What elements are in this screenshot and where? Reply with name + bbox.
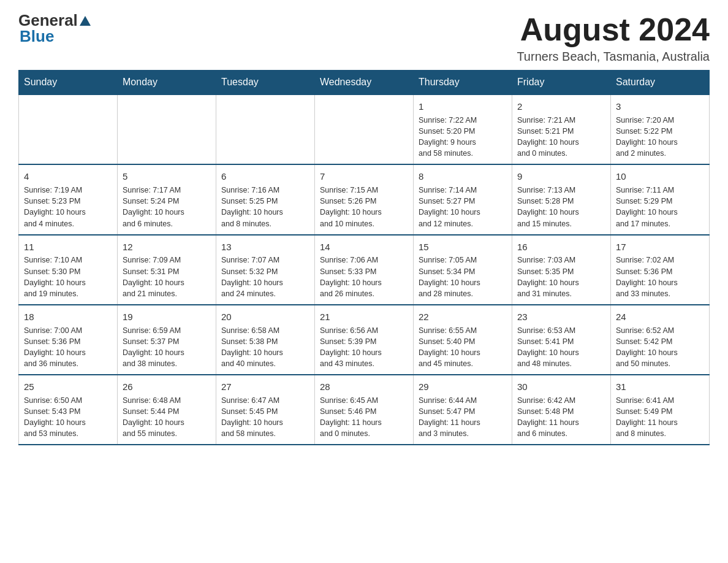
logo: General Blue: [18, 12, 93, 44]
day-info: Sunrise: 6:56 AMSunset: 5:39 PMDaylight:…: [320, 325, 408, 370]
calendar-cell: 21Sunrise: 6:56 AMSunset: 5:39 PMDayligh…: [315, 305, 414, 375]
day-info: Sunrise: 7:17 AMSunset: 5:24 PMDaylight:…: [123, 185, 211, 229]
calendar-header-thursday: Thursday: [414, 71, 512, 95]
calendar-cell: 16Sunrise: 7:03 AMSunset: 5:35 PMDayligh…: [512, 235, 611, 305]
calendar-header-tuesday: Tuesday: [216, 71, 315, 95]
calendar-cell: 4Sunrise: 7:19 AMSunset: 5:23 PMDaylight…: [19, 164, 118, 234]
calendar-cell: 31Sunrise: 6:41 AMSunset: 5:49 PMDayligh…: [611, 375, 710, 445]
day-info: Sunrise: 7:16 AMSunset: 5:25 PMDaylight:…: [221, 185, 309, 229]
day-number: 18: [24, 310, 112, 324]
day-number: 24: [616, 310, 704, 324]
day-number: 25: [24, 380, 112, 394]
day-info: Sunrise: 7:19 AMSunset: 5:23 PMDaylight:…: [24, 185, 112, 229]
calendar-cell: 19Sunrise: 6:59 AMSunset: 5:37 PMDayligh…: [118, 305, 216, 375]
day-info: Sunrise: 7:15 AMSunset: 5:26 PMDaylight:…: [320, 185, 408, 229]
calendar-cell: 24Sunrise: 6:52 AMSunset: 5:42 PMDayligh…: [611, 305, 710, 375]
day-number: 12: [123, 240, 211, 254]
day-number: 2: [517, 100, 605, 113]
day-number: 16: [517, 240, 605, 254]
day-info: Sunrise: 7:11 AMSunset: 5:29 PMDaylight:…: [616, 185, 704, 229]
day-number: 31: [616, 380, 704, 394]
calendar-cell: 1Sunrise: 7:22 AMSunset: 5:20 PMDaylight…: [414, 94, 512, 164]
day-number: 7: [320, 170, 408, 183]
day-info: Sunrise: 7:22 AMSunset: 5:20 PMDaylight:…: [419, 115, 507, 159]
day-number: 27: [221, 380, 309, 394]
day-info: Sunrise: 7:21 AMSunset: 5:21 PMDaylight:…: [517, 115, 605, 159]
day-info: Sunrise: 7:13 AMSunset: 5:28 PMDaylight:…: [517, 185, 605, 229]
day-info: Sunrise: 7:06 AMSunset: 5:33 PMDaylight:…: [320, 255, 408, 299]
calendar-cell: 7Sunrise: 7:15 AMSunset: 5:26 PMDaylight…: [315, 164, 414, 234]
day-number: 20: [221, 310, 309, 324]
day-number: 21: [320, 310, 408, 324]
day-number: 23: [517, 310, 605, 324]
calendar-cell: 26Sunrise: 6:48 AMSunset: 5:44 PMDayligh…: [118, 375, 216, 445]
day-info: Sunrise: 7:09 AMSunset: 5:31 PMDaylight:…: [123, 255, 211, 299]
day-info: Sunrise: 6:48 AMSunset: 5:44 PMDaylight:…: [123, 395, 211, 440]
day-number: 5: [123, 170, 211, 183]
calendar-cell: 8Sunrise: 7:14 AMSunset: 5:27 PMDaylight…: [414, 164, 512, 234]
calendar-cell: 17Sunrise: 7:02 AMSunset: 5:36 PMDayligh…: [611, 235, 710, 305]
calendar-cell: 23Sunrise: 6:53 AMSunset: 5:41 PMDayligh…: [512, 305, 611, 375]
day-number: 19: [123, 310, 211, 324]
calendar-week-3: 11Sunrise: 7:10 AMSunset: 5:30 PMDayligh…: [19, 235, 710, 305]
day-number: 9: [517, 170, 605, 183]
calendar-cell: [315, 94, 414, 164]
calendar-cell: 11Sunrise: 7:10 AMSunset: 5:30 PMDayligh…: [19, 235, 118, 305]
calendar-cell: 12Sunrise: 7:09 AMSunset: 5:31 PMDayligh…: [118, 235, 216, 305]
day-number: 11: [24, 240, 112, 254]
calendar-cell: 9Sunrise: 7:13 AMSunset: 5:28 PMDaylight…: [512, 164, 611, 234]
svg-marker-0: [80, 16, 91, 26]
calendar-cell: [19, 94, 118, 164]
calendar-cell: 13Sunrise: 7:07 AMSunset: 5:32 PMDayligh…: [216, 235, 315, 305]
day-info: Sunrise: 6:53 AMSunset: 5:41 PMDaylight:…: [517, 325, 605, 370]
calendar-cell: 2Sunrise: 7:21 AMSunset: 5:21 PMDaylight…: [512, 94, 611, 164]
day-number: 10: [616, 170, 704, 183]
calendar-cell: 18Sunrise: 7:00 AMSunset: 5:36 PMDayligh…: [19, 305, 118, 375]
day-info: Sunrise: 6:41 AMSunset: 5:49 PMDaylight:…: [616, 395, 704, 440]
calendar-week-5: 25Sunrise: 6:50 AMSunset: 5:43 PMDayligh…: [19, 375, 710, 445]
day-info: Sunrise: 6:44 AMSunset: 5:47 PMDaylight:…: [419, 395, 507, 440]
day-number: 4: [24, 170, 112, 183]
calendar-header-row: SundayMondayTuesdayWednesdayThursdayFrid…: [19, 71, 710, 95]
day-info: Sunrise: 6:58 AMSunset: 5:38 PMDaylight:…: [221, 325, 309, 370]
day-number: 6: [221, 170, 309, 183]
calendar-cell: 29Sunrise: 6:44 AMSunset: 5:47 PMDayligh…: [414, 375, 512, 445]
day-number: 8: [419, 170, 507, 183]
day-info: Sunrise: 7:20 AMSunset: 5:22 PMDaylight:…: [616, 115, 704, 159]
calendar-cell: [118, 94, 216, 164]
calendar-cell: 25Sunrise: 6:50 AMSunset: 5:43 PMDayligh…: [19, 375, 118, 445]
logo-triangle-icon: [80, 13, 91, 29]
calendar-header-monday: Monday: [118, 71, 216, 95]
calendar-week-2: 4Sunrise: 7:19 AMSunset: 5:23 PMDaylight…: [19, 164, 710, 234]
calendar-cell: 15Sunrise: 7:05 AMSunset: 5:34 PMDayligh…: [414, 235, 512, 305]
day-number: 3: [616, 100, 704, 113]
day-info: Sunrise: 6:55 AMSunset: 5:40 PMDaylight:…: [419, 325, 507, 370]
calendar-header-saturday: Saturday: [611, 71, 710, 95]
day-number: 28: [320, 380, 408, 394]
day-info: Sunrise: 6:50 AMSunset: 5:43 PMDaylight:…: [24, 395, 112, 440]
calendar-cell: 20Sunrise: 6:58 AMSunset: 5:38 PMDayligh…: [216, 305, 315, 375]
calendar-cell: 27Sunrise: 6:47 AMSunset: 5:45 PMDayligh…: [216, 375, 315, 445]
calendar-header-sunday: Sunday: [19, 71, 118, 95]
day-number: 29: [419, 380, 507, 394]
day-info: Sunrise: 6:47 AMSunset: 5:45 PMDaylight:…: [221, 395, 309, 440]
day-number: 15: [419, 240, 507, 254]
calendar-cell: 22Sunrise: 6:55 AMSunset: 5:40 PMDayligh…: [414, 305, 512, 375]
day-number: 30: [517, 380, 605, 394]
day-number: 17: [616, 240, 704, 254]
calendar-header-friday: Friday: [512, 71, 611, 95]
location-title: Turners Beach, Tasmania, Australia: [517, 50, 710, 64]
logo-blue-text: Blue: [20, 27, 54, 45]
day-number: 26: [123, 380, 211, 394]
month-title: August 2024: [517, 12, 710, 47]
day-info: Sunrise: 7:10 AMSunset: 5:30 PMDaylight:…: [24, 255, 112, 299]
day-info: Sunrise: 6:59 AMSunset: 5:37 PMDaylight:…: [123, 325, 211, 370]
calendar-cell: [216, 94, 315, 164]
calendar-cell: 10Sunrise: 7:11 AMSunset: 5:29 PMDayligh…: [611, 164, 710, 234]
calendar-cell: 6Sunrise: 7:16 AMSunset: 5:25 PMDaylight…: [216, 164, 315, 234]
day-number: 14: [320, 240, 408, 254]
day-info: Sunrise: 7:02 AMSunset: 5:36 PMDaylight:…: [616, 255, 704, 299]
day-info: Sunrise: 7:14 AMSunset: 5:27 PMDaylight:…: [419, 185, 507, 229]
calendar-cell: 5Sunrise: 7:17 AMSunset: 5:24 PMDaylight…: [118, 164, 216, 234]
day-info: Sunrise: 7:07 AMSunset: 5:32 PMDaylight:…: [221, 255, 309, 299]
